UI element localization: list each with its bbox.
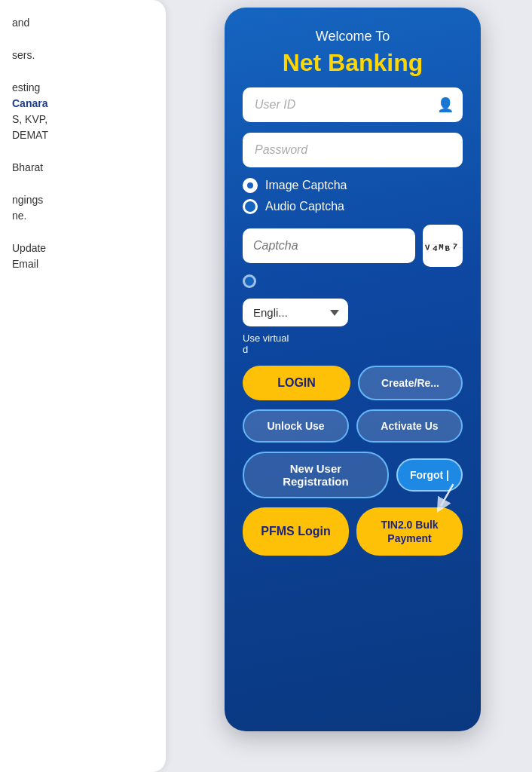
user-id-group: 👤 — [243, 87, 463, 122]
svg-line-9 — [441, 484, 454, 506]
audio-captcha-radio[interactable] — [243, 199, 258, 214]
partial-radio-row — [243, 274, 463, 288]
partial-radio[interactable] — [243, 274, 256, 288]
captcha-row: V 4 M B 7 — [243, 225, 463, 267]
left-text-2: sers. — [12, 47, 154, 63]
left-text-4: Bharat — [12, 160, 154, 176]
arrow-indicator — [421, 481, 466, 519]
new-user-registration-button[interactable]: New User Registration — [243, 452, 389, 498]
captcha-image-box: V 4 M B 7 — [423, 225, 463, 267]
user-icon: 👤 — [437, 96, 454, 113]
left-text-1: and — [12, 15, 154, 31]
unlock-user-button[interactable]: Unlock Use — [243, 409, 349, 443]
welcome-text: Welcome To — [316, 29, 390, 44]
btn-row-2: Unlock Use Activate Us — [243, 409, 463, 443]
captcha-options: Image Captcha Audio Captcha — [243, 178, 463, 214]
left-text-3: estingCanaraS, KVP,DEMAT — [12, 80, 154, 143]
audio-captcha-option[interactable]: Audio Captcha — [243, 199, 463, 214]
buttons-section: LOGIN Create/Re... Unlock Use Activate U… — [243, 366, 463, 556]
image-captcha-option[interactable]: Image Captcha — [243, 178, 463, 193]
login-button[interactable]: LOGIN — [243, 366, 350, 400]
language-select-wrapper: Engli... Hindi Tamil Telugu — [243, 299, 463, 326]
captcha-input[interactable] — [243, 228, 415, 263]
svg-text:7: 7 — [452, 242, 458, 252]
captcha-image: V 4 M B 7 — [423, 225, 463, 267]
password-input[interactable] — [243, 133, 463, 167]
pfms-login-button[interactable]: PFMS Login — [243, 507, 349, 556]
left-text-6: UpdateEmail — [12, 240, 154, 272]
user-id-wrapper: 👤 — [243, 87, 463, 122]
audio-captcha-label: Audio Captcha — [265, 200, 344, 213]
create-reset-button[interactable]: Create/Re... — [358, 366, 463, 400]
image-captcha-label: Image Captcha — [265, 179, 347, 192]
left-panel: and sers. estingCanaraS, KVP,DEMAT Bhara… — [0, 0, 166, 772]
btn-row-3: New User Registration Forgot | — [243, 452, 463, 498]
password-group — [243, 133, 463, 167]
virtual-keyboard-label: Use virtual d — [243, 332, 463, 355]
main-area: Welcome To Net Banking 👤 Image Captcha A… — [166, 0, 532, 772]
svg-text:M: M — [439, 243, 443, 252]
btn-row-1: LOGIN Create/Re... — [243, 366, 463, 400]
left-text-5: ngingsne. — [12, 192, 154, 224]
brand-title: Net Banking — [283, 49, 423, 77]
image-captcha-radio[interactable] — [243, 178, 258, 193]
forgot-with-arrow: Forgot | — [396, 458, 463, 492]
activate-user-button[interactable]: Activate Us — [356, 409, 463, 443]
login-card: Welcome To Net Banking 👤 Image Captcha A… — [225, 8, 481, 731]
language-select[interactable]: Engli... Hindi Tamil Telugu — [243, 299, 348, 326]
user-id-input[interactable] — [243, 87, 463, 122]
